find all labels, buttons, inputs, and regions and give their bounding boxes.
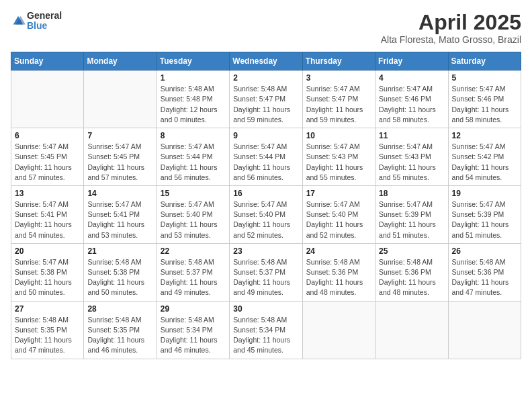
calendar-cell: 18Sunrise: 5:47 AMSunset: 5:39 PMDayligh…: [375, 185, 448, 243]
day-number: 21: [87, 246, 152, 256]
calendar-cell: 26Sunrise: 5:48 AMSunset: 5:36 PMDayligh…: [448, 243, 521, 301]
header: General Blue April 2025 Alta Floresta, M…: [11, 11, 521, 45]
days-header-row: SundayMondayTuesdayWednesdayThursdayFrid…: [11, 52, 521, 71]
day-header-thursday: Thursday: [302, 52, 375, 71]
day-info: Sunrise: 5:47 AMSunset: 5:47 PMDaylight:…: [306, 84, 371, 125]
calendar-cell: 3Sunrise: 5:47 AMSunset: 5:47 PMDaylight…: [302, 71, 375, 128]
day-number: 8: [161, 131, 226, 140]
day-number: 20: [15, 246, 80, 256]
calendar-cell: 9Sunrise: 5:47 AMSunset: 5:44 PMDaylight…: [230, 128, 302, 186]
calendar-cell: 7Sunrise: 5:47 AMSunset: 5:45 PMDaylight…: [84, 128, 157, 186]
day-info: Sunrise: 5:47 AMSunset: 5:44 PMDaylight:…: [161, 142, 226, 183]
calendar-cell: 6Sunrise: 5:47 AMSunset: 5:45 PMDaylight…: [11, 128, 84, 186]
calendar-subtitle: Alta Floresta, Mato Grosso, Brazil: [381, 34, 521, 45]
week-row-5: 27Sunrise: 5:48 AMSunset: 5:35 PMDayligh…: [11, 301, 521, 359]
day-info: Sunrise: 5:48 AMSunset: 5:36 PMDaylight:…: [452, 257, 517, 298]
day-number: 18: [379, 189, 444, 198]
day-number: 16: [233, 189, 298, 198]
calendar-title: April 2025: [381, 11, 521, 34]
day-info: Sunrise: 5:48 AMSunset: 5:34 PMDaylight:…: [233, 315, 298, 356]
day-info: Sunrise: 5:48 AMSunset: 5:47 PMDaylight:…: [233, 84, 298, 125]
day-number: 9: [233, 131, 298, 140]
day-number: 10: [306, 131, 371, 140]
calendar-cell: 21Sunrise: 5:48 AMSunset: 5:38 PMDayligh…: [84, 243, 157, 301]
day-info: Sunrise: 5:48 AMSunset: 5:34 PMDaylight:…: [161, 315, 226, 356]
day-info: Sunrise: 5:47 AMSunset: 5:45 PMDaylight:…: [87, 142, 152, 183]
day-info: Sunrise: 5:47 AMSunset: 5:40 PMDaylight:…: [233, 199, 298, 240]
day-number: 15: [161, 189, 226, 198]
day-number: 19: [452, 189, 517, 198]
day-info: Sunrise: 5:48 AMSunset: 5:36 PMDaylight:…: [306, 257, 371, 298]
calendar-cell: 17Sunrise: 5:47 AMSunset: 5:40 PMDayligh…: [302, 185, 375, 243]
day-header-monday: Monday: [84, 52, 157, 71]
calendar-cell: 4Sunrise: 5:47 AMSunset: 5:46 PMDaylight…: [375, 71, 448, 128]
day-info: Sunrise: 5:48 AMSunset: 5:36 PMDaylight:…: [379, 257, 444, 298]
calendar-cell: [11, 71, 84, 128]
day-info: Sunrise: 5:48 AMSunset: 5:37 PMDaylight:…: [161, 257, 226, 298]
calendar-cell: 15Sunrise: 5:47 AMSunset: 5:40 PMDayligh…: [157, 185, 229, 243]
day-info: Sunrise: 5:47 AMSunset: 5:39 PMDaylight:…: [379, 199, 444, 240]
logo-blue: Blue: [27, 21, 62, 31]
day-number: 27: [15, 304, 80, 314]
day-number: 2: [233, 73, 298, 83]
calendar-cell: [375, 301, 448, 359]
logo-general: General: [27, 11, 62, 21]
week-row-4: 20Sunrise: 5:47 AMSunset: 5:38 PMDayligh…: [11, 243, 521, 301]
calendar-cell: 11Sunrise: 5:47 AMSunset: 5:43 PMDayligh…: [375, 128, 448, 186]
day-number: 23: [233, 246, 298, 256]
calendar-cell: 20Sunrise: 5:47 AMSunset: 5:38 PMDayligh…: [11, 243, 84, 301]
day-info: Sunrise: 5:47 AMSunset: 5:43 PMDaylight:…: [306, 142, 371, 183]
calendar-cell: 14Sunrise: 5:47 AMSunset: 5:41 PMDayligh…: [84, 185, 157, 243]
calendar-cell: 10Sunrise: 5:47 AMSunset: 5:43 PMDayligh…: [302, 128, 375, 186]
calendar-cell: 12Sunrise: 5:47 AMSunset: 5:42 PMDayligh…: [448, 128, 521, 186]
day-info: Sunrise: 5:48 AMSunset: 5:35 PMDaylight:…: [87, 315, 152, 356]
calendar-cell: [302, 301, 375, 359]
day-info: Sunrise: 5:47 AMSunset: 5:46 PMDaylight:…: [379, 84, 444, 125]
week-row-3: 13Sunrise: 5:47 AMSunset: 5:41 PMDayligh…: [11, 185, 521, 243]
day-info: Sunrise: 5:47 AMSunset: 5:41 PMDaylight:…: [15, 199, 80, 240]
day-header-saturday: Saturday: [448, 52, 521, 71]
day-number: 24: [306, 246, 371, 256]
day-info: Sunrise: 5:48 AMSunset: 5:37 PMDaylight:…: [233, 257, 298, 298]
day-number: 17: [306, 189, 371, 198]
day-info: Sunrise: 5:47 AMSunset: 5:40 PMDaylight:…: [306, 199, 371, 240]
day-info: Sunrise: 5:47 AMSunset: 5:44 PMDaylight:…: [233, 142, 298, 183]
day-number: 1: [161, 73, 226, 83]
calendar-cell: 5Sunrise: 5:47 AMSunset: 5:46 PMDaylight…: [448, 71, 521, 128]
day-header-friday: Friday: [375, 52, 448, 71]
day-info: Sunrise: 5:48 AMSunset: 5:35 PMDaylight:…: [15, 315, 80, 356]
calendar-cell: 28Sunrise: 5:48 AMSunset: 5:35 PMDayligh…: [84, 301, 157, 359]
calendar-cell: 19Sunrise: 5:47 AMSunset: 5:39 PMDayligh…: [448, 185, 521, 243]
day-number: 30: [233, 304, 298, 314]
calendar-cell: 1Sunrise: 5:48 AMSunset: 5:48 PMDaylight…: [157, 71, 229, 128]
day-number: 14: [87, 189, 152, 198]
calendar-cell: 8Sunrise: 5:47 AMSunset: 5:44 PMDaylight…: [157, 128, 229, 186]
day-info: Sunrise: 5:47 AMSunset: 5:39 PMDaylight:…: [452, 199, 517, 240]
calendar-cell: 30Sunrise: 5:48 AMSunset: 5:34 PMDayligh…: [230, 301, 302, 359]
day-number: 13: [15, 189, 80, 198]
calendar-cell: [84, 71, 157, 128]
logo: General Blue: [11, 11, 62, 32]
day-number: 7: [87, 131, 152, 140]
day-info: Sunrise: 5:47 AMSunset: 5:43 PMDaylight:…: [379, 142, 444, 183]
calendar-cell: 2Sunrise: 5:48 AMSunset: 5:47 PMDaylight…: [230, 71, 302, 128]
day-number: 6: [15, 131, 80, 140]
logo-icon: [11, 13, 26, 28]
calendar-cell: [448, 301, 521, 359]
day-info: Sunrise: 5:48 AMSunset: 5:38 PMDaylight:…: [87, 257, 152, 298]
day-number: 25: [379, 246, 444, 256]
day-number: 26: [452, 246, 517, 256]
title-area: April 2025 Alta Floresta, Mato Grosso, B…: [381, 11, 521, 45]
calendar-cell: 29Sunrise: 5:48 AMSunset: 5:34 PMDayligh…: [157, 301, 229, 359]
calendar-cell: 13Sunrise: 5:47 AMSunset: 5:41 PMDayligh…: [11, 185, 84, 243]
day-number: 22: [161, 246, 226, 256]
week-row-2: 6Sunrise: 5:47 AMSunset: 5:45 PMDaylight…: [11, 128, 521, 186]
day-info: Sunrise: 5:47 AMSunset: 5:41 PMDaylight:…: [87, 199, 152, 240]
calendar-cell: 22Sunrise: 5:48 AMSunset: 5:37 PMDayligh…: [157, 243, 229, 301]
day-info: Sunrise: 5:48 AMSunset: 5:48 PMDaylight:…: [161, 84, 226, 125]
calendar-cell: 27Sunrise: 5:48 AMSunset: 5:35 PMDayligh…: [11, 301, 84, 359]
day-number: 28: [87, 304, 152, 314]
day-number: 5: [452, 73, 517, 83]
day-header-sunday: Sunday: [11, 52, 84, 71]
calendar-cell: 24Sunrise: 5:48 AMSunset: 5:36 PMDayligh…: [302, 243, 375, 301]
